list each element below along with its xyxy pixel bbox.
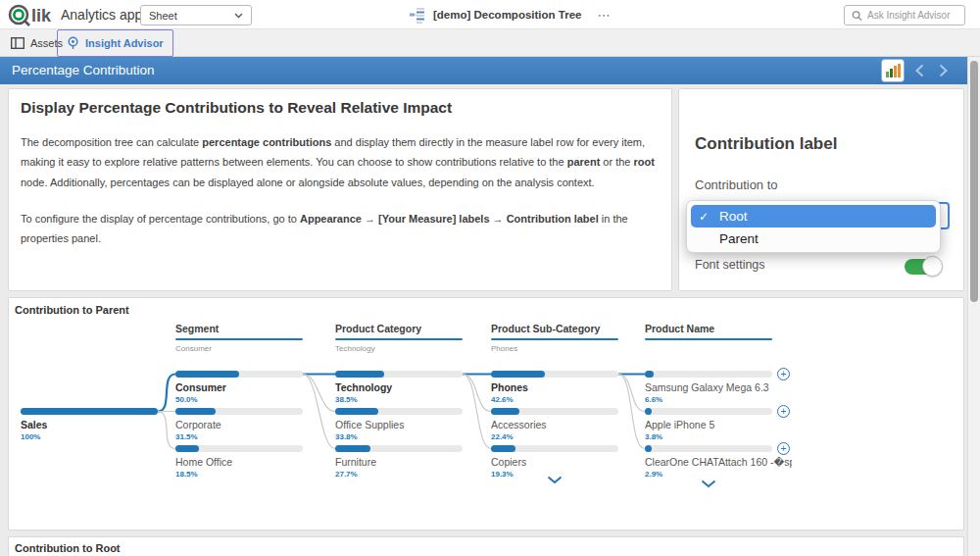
font-settings-label: Font settings <box>695 258 765 272</box>
sheet-selector-dropdown[interactable]: Sheet <box>140 5 252 25</box>
node-percentage: 27.7% <box>335 470 463 479</box>
dimension-field-name[interactable]: Product Name <box>645 323 772 334</box>
tree-node[interactable]: Consumer50.0% <box>175 371 303 404</box>
node-bar-fill <box>491 371 545 378</box>
tree-node[interactable]: Phones42.6% <box>491 371 618 404</box>
topbar: lik Analytics app Sheet [demo] Decomposi… <box>0 0 980 29</box>
node-label: Sales <box>21 419 168 430</box>
node-bar <box>175 371 303 378</box>
info-paragraph-1: The decomposition tree can calculate per… <box>21 132 656 192</box>
properties-title: Contribution label <box>695 134 837 154</box>
insight-advisor-label: Insight Advisor <box>85 37 164 49</box>
expand-plus-icon[interactable]: + <box>777 405 790 418</box>
bar-chart-icon <box>885 63 901 78</box>
dimension-header: SegmentConsumer <box>175 323 303 353</box>
node-bar <box>645 408 772 415</box>
dimension-field-name[interactable]: Product Sub-Category <box>491 323 618 334</box>
expand-plus-icon[interactable]: + <box>777 442 790 455</box>
tree-node[interactable]: Furniture27.7% <box>335 445 463 479</box>
dimension-drill-value: Technology <box>335 344 463 353</box>
node-bar-fill <box>21 408 158 415</box>
info-card: Display Percentage Contributions to Reve… <box>8 88 672 291</box>
node-percentage: 18.5% <box>175 470 303 479</box>
dimension-underline <box>645 338 772 340</box>
scrollbar-thumb[interactable] <box>970 61 978 302</box>
node-percentage: 50.0% <box>175 395 303 404</box>
dropdown-option-label: Root <box>719 209 748 224</box>
dimension-underline <box>335 338 463 340</box>
search-input[interactable] <box>867 10 957 21</box>
node-bar <box>491 408 618 415</box>
node-label: Consumer <box>175 381 322 393</box>
node-percentage: 33.8% <box>335 432 463 441</box>
node-label: Samsung Galaxy Mega 6.3 <box>645 381 792 393</box>
node-bar-fill <box>335 408 378 415</box>
search-icon <box>852 10 862 22</box>
node-bar <box>335 445 463 452</box>
node-bar-fill <box>175 408 216 415</box>
expand-more-chevron-icon[interactable] <box>701 480 716 488</box>
tree-node[interactable]: Home Office18.5% <box>175 445 303 479</box>
node-percentage: 3.8% <box>645 432 772 441</box>
node-percentage: 22.4% <box>491 432 618 441</box>
insight-advisor-search[interactable] <box>844 5 965 25</box>
dimension-drill-value: Consumer <box>175 344 303 353</box>
tree-node[interactable]: Apple iPhone 53.8%+ <box>645 408 772 441</box>
node-label: Technology <box>335 381 482 393</box>
dropdown-option-parent[interactable]: Parent <box>691 227 936 250</box>
dimension-field-name[interactable]: Segment <box>175 323 303 334</box>
node-bar <box>645 371 772 378</box>
tree-node[interactable]: Technology38.5% <box>335 371 463 404</box>
toolbar: Assets Insight Advisor ↶ ↷ ○ No selectio… <box>0 29 980 57</box>
app-name: Analytics app <box>61 7 142 23</box>
svg-text:lik: lik <box>31 6 52 25</box>
tree-connector <box>158 375 175 412</box>
tree-node[interactable]: Copiers19.3% <box>491 445 618 479</box>
checkmark-icon: ✓ <box>699 210 711 224</box>
contribution-to-root-card: Contribution to Root <box>8 536 964 556</box>
node-percentage: 42.6% <box>491 395 618 404</box>
chevron-down-icon <box>234 13 243 19</box>
more-menu-button[interactable]: ⋯ <box>597 8 611 23</box>
root-section-title: Contribution to Root <box>15 542 963 554</box>
dropdown-option-root[interactable]: ✓Root <box>691 205 936 227</box>
expand-more-chevron-icon[interactable] <box>547 476 563 484</box>
node-bar <box>335 408 463 415</box>
tree-node[interactable]: Samsung Galaxy Mega 6.36.6%+ <box>645 371 772 404</box>
dimension-field-name[interactable]: Product Category <box>335 323 463 334</box>
dimension-drill-value: Phones <box>491 344 618 353</box>
node-percentage: 100% <box>21 432 158 441</box>
node-label: Apple iPhone 5 <box>645 419 792 430</box>
tree-node[interactable]: Accessories22.4% <box>491 408 618 441</box>
node-label: Phones <box>491 381 638 393</box>
expand-plus-icon[interactable]: + <box>777 368 790 380</box>
tree-node[interactable]: Corporate31.5% <box>175 408 303 441</box>
node-percentage: 38.5% <box>335 395 463 404</box>
tree-node[interactable]: ClearOne CHATAttach 160 -�sp2.9%+ <box>645 445 772 479</box>
node-percentage: 31.5% <box>175 432 303 441</box>
insight-advisor-button[interactable]: Insight Advisor <box>57 29 173 57</box>
node-bar <box>491 445 618 452</box>
next-sheet-chevron-icon[interactable] <box>939 64 948 77</box>
node-label: Copiers <box>491 456 638 468</box>
node-bar <box>175 408 303 415</box>
node-bar-fill <box>491 408 519 415</box>
node-bar <box>335 371 463 378</box>
prev-sheet-chevron-icon[interactable] <box>915 64 924 77</box>
chart-type-button[interactable] <box>882 60 904 81</box>
font-settings-toggle[interactable] <box>905 259 938 275</box>
tree-node[interactable]: Office Supplies33.8% <box>335 408 463 441</box>
dimension-underline <box>175 338 303 340</box>
node-label: Home Office <box>175 456 322 468</box>
info-paragraph-2: To configure the display of percentage c… <box>21 209 656 249</box>
dimension-underline <box>491 338 618 340</box>
toggle-knob <box>922 256 943 277</box>
dimension-header: Product Name <box>645 323 772 353</box>
insight-advisor-icon <box>67 36 79 50</box>
node-label: Office Supplies <box>335 419 482 430</box>
dimension-header: Product Sub-CategoryPhones <box>491 323 618 353</box>
page-scrollbar <box>967 57 980 556</box>
node-bar-fill <box>175 445 199 452</box>
node-bar <box>645 445 772 452</box>
tree-root-node[interactable]: Sales100% <box>21 408 158 441</box>
